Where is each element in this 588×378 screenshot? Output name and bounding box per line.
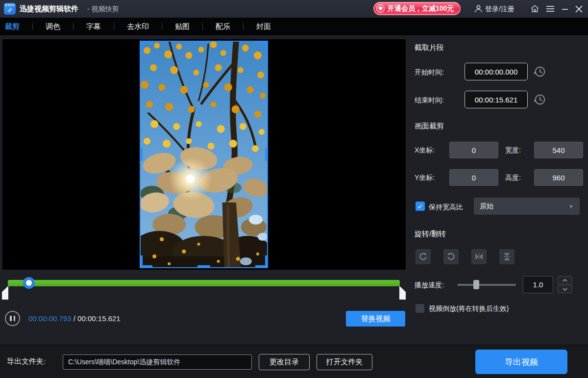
open-folder-button[interactable]: 打开文件夹 (317, 354, 372, 370)
tab-watermark[interactable]: 去水印 (127, 22, 149, 31)
speed-decrease-button[interactable] (558, 285, 572, 293)
reverse-video-label: 视频倒放(将在转换后生效) (429, 304, 509, 313)
x-coordinate-input[interactable] (449, 142, 498, 158)
time-separator: / (72, 314, 78, 323)
crop-handle-bottom-left[interactable] (140, 255, 143, 268)
tab-divider (243, 23, 244, 30)
crop-handle-right[interactable] (265, 148, 268, 161)
tab-music[interactable]: 配乐 (216, 22, 230, 31)
height-label: 高度: (505, 174, 521, 182)
vip-upgrade-button[interactable]: 开通会员，立减100元 (373, 2, 461, 15)
speed-increase-button[interactable] (558, 276, 572, 284)
scissors-icon: ✂ (5, 5, 14, 14)
timeline-progress-bar[interactable] (8, 280, 400, 286)
tab-subtitle[interactable]: 字幕 (86, 22, 101, 31)
minimize-button[interactable] (560, 4, 570, 14)
tab-crop[interactable]: 裁剪 (5, 22, 20, 31)
flip-horizontal-button[interactable] (471, 249, 487, 264)
trim-start-handle[interactable] (2, 286, 8, 300)
speed-slider-handle[interactable] (473, 280, 479, 289)
pause-icon (10, 316, 12, 321)
crop-handle-bottom[interactable] (197, 265, 210, 268)
x-coordinate-label: X坐标: (415, 146, 435, 155)
height-input[interactable] (534, 169, 583, 186)
crop-handle-top[interactable] (197, 41, 210, 44)
current-time: 00:00:00.793 (28, 314, 72, 323)
tab-divider (202, 23, 203, 30)
app-window: ✂ 迅捷视频剪辑软件 - 视频快剪 开通会员，立减100元 登录/注册 (0, 0, 588, 378)
time-display: 00:00:00.793 / 00:00:15.621 (28, 314, 121, 323)
start-time-history-button[interactable] (534, 65, 546, 78)
crop-selection-box[interactable] (140, 41, 268, 268)
flip-vertical-button[interactable] (499, 249, 514, 264)
home-icon[interactable] (529, 4, 540, 14)
end-time-input[interactable] (465, 91, 528, 108)
tab-divider (32, 23, 33, 30)
tab-cover[interactable]: 封面 (256, 22, 271, 31)
tab-divider (162, 23, 162, 30)
y-coordinate-input[interactable] (449, 169, 498, 186)
crop-handle-top-right[interactable] (265, 41, 268, 53)
end-time-label: 结束时间: (415, 96, 444, 105)
video-frame[interactable] (140, 41, 268, 268)
crop-section-title: 画面裁剪 (415, 122, 444, 131)
chevron-down-icon: ▼ (568, 203, 574, 209)
close-button[interactable] (573, 4, 584, 14)
rotate-section-title: 旋转/翻转 (415, 229, 446, 239)
speed-value-input[interactable] (523, 276, 553, 293)
rotate-clockwise-button[interactable] (416, 249, 431, 264)
crop-handle-bottom-right[interactable] (265, 255, 268, 268)
export-video-button[interactable]: 导出视频 (475, 350, 567, 374)
app-logo-icon: ✂ (4, 3, 16, 15)
width-input[interactable] (534, 142, 583, 158)
playhead-handle[interactable] (23, 277, 35, 289)
replace-video-button[interactable]: 替换视频 (346, 311, 405, 327)
app-subtitle: - 视频快剪 (87, 0, 119, 18)
app-title: 迅捷视频剪辑软件 (20, 0, 78, 18)
keep-aspect-ratio-label: 保持宽高比 (429, 203, 463, 212)
crop-handle-left[interactable] (140, 148, 143, 161)
export-footer: 导出文件夹: 更改目录 打开文件夹 导出视频 (0, 345, 588, 378)
width-label: 宽度: (505, 146, 521, 155)
aspect-ratio-value: 原始 (480, 202, 568, 211)
video-preview-area (2, 39, 406, 270)
trim-end-handle[interactable] (399, 286, 406, 300)
speed-slider[interactable] (457, 284, 516, 286)
titlebar: ✂ 迅捷视频剪辑软件 - 视频快剪 开通会员，立减100元 登录/注册 (0, 0, 588, 18)
change-directory-button[interactable]: 更改目录 (259, 354, 310, 370)
tab-color[interactable]: 调色 (46, 22, 60, 31)
diamond-icon (376, 4, 385, 13)
tab-sticker[interactable]: 贴图 (175, 22, 190, 31)
pause-icon (14, 316, 16, 321)
y-coordinate-label: Y坐标: (415, 174, 435, 182)
export-path-input[interactable] (63, 354, 252, 370)
tab-divider (73, 23, 74, 30)
pause-button[interactable] (5, 311, 20, 326)
rotate-counterclockwise-button[interactable] (443, 249, 459, 264)
start-time-label: 开始时间: (415, 68, 444, 77)
keep-aspect-ratio-checkbox[interactable]: ✓ (416, 202, 425, 211)
speed-label: 播放速度: (415, 281, 444, 290)
clip-section-title: 截取片段 (415, 43, 444, 52)
crop-handle-top-left[interactable] (140, 41, 143, 53)
end-time-history-button[interactable] (534, 93, 546, 106)
reverse-video-checkbox[interactable] (416, 304, 424, 313)
menu-icon[interactable] (545, 4, 556, 14)
start-time-input[interactable] (465, 63, 528, 80)
vip-label: 开通会员，立减100元 (388, 4, 454, 13)
login-register-link[interactable]: 登录/注册 (485, 0, 514, 18)
feature-tabbar: 裁剪 调色 字幕 去水印 贴图 配乐 封面 (0, 18, 588, 35)
total-time: 00:00:15.621 (77, 314, 121, 323)
user-icon (474, 4, 483, 13)
tab-divider (114, 23, 114, 30)
export-folder-label: 导出文件夹: (7, 357, 46, 366)
aspect-ratio-dropdown[interactable]: 原始 ▼ (474, 198, 580, 215)
